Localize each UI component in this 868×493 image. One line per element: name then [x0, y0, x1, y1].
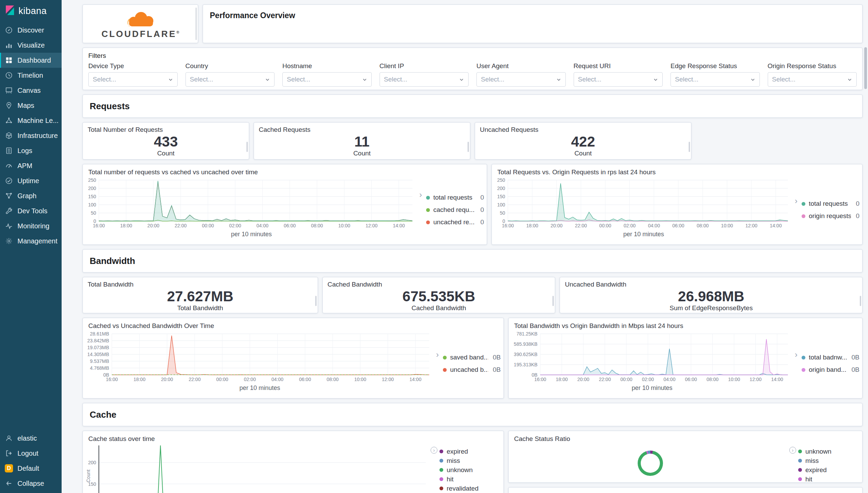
svg-text:16:00: 16:00	[534, 377, 546, 382]
chevron-down-icon	[750, 77, 755, 82]
filter-label: Device Type	[88, 62, 178, 70]
legend-toggle-button[interactable]: ›	[793, 198, 800, 204]
request-uri-select[interactable]: Select...	[574, 72, 663, 87]
sidebar-item-logout[interactable]: Logout	[0, 446, 62, 461]
cache-section-header: Cache	[82, 403, 863, 426]
svg-text:02:00: 02:00	[624, 223, 636, 228]
origin-response-status-select[interactable]: Select...	[768, 72, 857, 87]
metric-label: Count	[259, 150, 465, 157]
filter-group-client-ip: Client IPSelect...	[380, 62, 469, 87]
sidebar-item-logs[interactable]: Logs	[0, 143, 62, 158]
legend-item-uncached-re[interactable]: uncached re...0	[426, 216, 484, 228]
machine-learning-icon	[5, 116, 13, 125]
legend-item-origin-requests[interactable]: origin requests0	[802, 210, 859, 222]
cloudflare-wordmark: CLOUDFLARE®	[101, 29, 179, 38]
legend-item-expired[interactable]: expired	[798, 465, 859, 475]
legend-item-cached-requ[interactable]: cached requ...0	[426, 204, 484, 216]
legend-item-total-requests[interactable]: total requests0	[426, 191, 484, 204]
hostname-select[interactable]: Select...	[282, 72, 372, 87]
sidebar-item-label: Discover	[17, 26, 44, 34]
sidebar-item-monitoring[interactable]: Monitoring	[0, 218, 62, 233]
sidebar-item-label: Dashboard	[17, 56, 51, 64]
sidebar-item-dev-tools[interactable]: Dev Tools	[0, 203, 62, 218]
sidebar-item-dashboard[interactable]: Dashboard	[0, 53, 62, 68]
sidebar-item-default[interactable]: DDefault	[0, 461, 62, 476]
metric-cached-requests: Cached Requests 11 Count	[254, 122, 470, 160]
legend-dot	[439, 486, 443, 490]
sidebar-item-label: Dev Tools	[17, 207, 47, 215]
legend-item-total-badnw[interactable]: total badnw...0B	[802, 351, 859, 364]
legend-value: 0	[856, 212, 859, 220]
legend-toggle-button[interactable]: ›	[431, 447, 437, 454]
country-select[interactable]: Select...	[186, 72, 275, 87]
chart-bandwidth-over-time: Cached vs Uncached Bandwidth Over Time 2…	[82, 318, 504, 399]
legend-item-origin-band[interactable]: origin band...0B	[802, 364, 859, 376]
filter-group-origin-response-status: Origin Response StatusSelect...	[768, 62, 857, 87]
sidebar-item-label: Maps	[17, 102, 34, 110]
legend-label: miss	[805, 457, 859, 465]
sidebar-item-timelion[interactable]: Timelion	[0, 68, 62, 83]
legend-item-unknown[interactable]: unknown	[798, 447, 859, 456]
panel-scrollbar[interactable]	[860, 296, 861, 306]
svg-text:06:00: 06:00	[672, 223, 684, 228]
sidebar-item-label: Default	[17, 465, 39, 472]
panel-scrollbar[interactable]	[689, 142, 690, 152]
sidebar-item-label: Uptime	[17, 177, 39, 185]
sidebar-item-uptime[interactable]: Uptime	[0, 173, 62, 188]
sidebar-item-machine-le[interactable]: Machine Le...	[0, 113, 62, 128]
chart-title: Total number of requests vs cached vs un…	[83, 164, 487, 177]
sidebar-item-collapse[interactable]: Collapse	[0, 476, 62, 491]
legend-label: total requests	[433, 194, 475, 201]
cloudflare-cloud-icon	[115, 10, 166, 29]
legend-toggle-button[interactable]: ›	[793, 351, 800, 358]
legend-item-miss[interactable]: miss	[439, 456, 501, 465]
sidebar-item-infrastructure[interactable]: Infrastructure	[0, 128, 62, 143]
sidebar-item-management[interactable]: Management	[0, 233, 62, 249]
panel-scrollbar[interactable]	[468, 142, 469, 152]
legend-toggle-button[interactable]: ›	[434, 351, 441, 358]
cache-status-donut[interactable]	[638, 451, 663, 476]
legend-item-saved-band[interactable]: saved band...0B	[443, 351, 501, 364]
page-scrollbar[interactable]	[864, 0, 867, 493]
panel-scrollbar[interactable]	[315, 296, 317, 306]
visualize-icon	[5, 41, 13, 49]
sidebar-item-maps[interactable]: Maps	[0, 98, 62, 113]
sidebar-item-elastic[interactable]: elastic	[0, 431, 62, 446]
legend-item-unknown[interactable]: unknown	[439, 465, 501, 475]
chart-title: Cache Status Ratio	[509, 431, 862, 444]
filter-group-request-uri: Request URISelect...	[574, 62, 663, 87]
bandwidth-section-header: Bandwidth	[82, 249, 863, 273]
legend-value: 0	[480, 218, 484, 226]
scrollbar-thumb[interactable]	[864, 47, 867, 89]
legend-toggle-button[interactable]: ›	[789, 447, 796, 454]
legend-item-revalidated[interactable]: revalidated	[439, 484, 501, 493]
sidebar-item-apm[interactable]: APM	[0, 158, 62, 173]
panel-scrollbar[interactable]	[246, 142, 248, 152]
legend-item-uncached-b[interactable]: uncached b...0B	[443, 364, 501, 376]
kibana-logo[interactable]: kibana	[0, 0, 62, 23]
sidebar-item-canvas[interactable]: Canvas	[0, 83, 62, 98]
legend-item-expired[interactable]: expired	[439, 447, 501, 456]
device-type-select[interactable]: Select...	[88, 72, 178, 87]
sidebar-item-discover[interactable]: Discover	[0, 23, 62, 38]
filter-label: Country	[186, 62, 275, 70]
chevron-down-icon	[362, 77, 367, 82]
panel-scrollbar[interactable]	[195, 8, 197, 40]
legend-toggle-button[interactable]: ›	[417, 191, 424, 198]
panel-scrollbar[interactable]	[552, 296, 554, 306]
svg-text:150: 150	[88, 194, 96, 199]
legend-item-hit[interactable]: hit	[798, 475, 859, 484]
sidebar-item-graph[interactable]: Graph	[0, 188, 62, 203]
legend-label: unknown	[447, 466, 501, 474]
legend-item-hit[interactable]: hit	[439, 475, 501, 484]
edge-response-status-select[interactable]: Select...	[671, 72, 760, 87]
client-ip-select[interactable]: Select...	[380, 72, 469, 87]
legend-item-miss[interactable]: miss	[798, 456, 859, 465]
user-agent-select[interactable]: Select...	[476, 72, 566, 87]
svg-text:12:00: 12:00	[366, 223, 378, 228]
section-title: Cache	[83, 403, 862, 426]
sidebar-item-visualize[interactable]: Visualize	[0, 38, 62, 53]
select-placeholder: Select...	[384, 76, 408, 83]
section-title: Requests	[83, 95, 862, 117]
legend-item-total-requests[interactable]: total requests0	[802, 198, 859, 210]
